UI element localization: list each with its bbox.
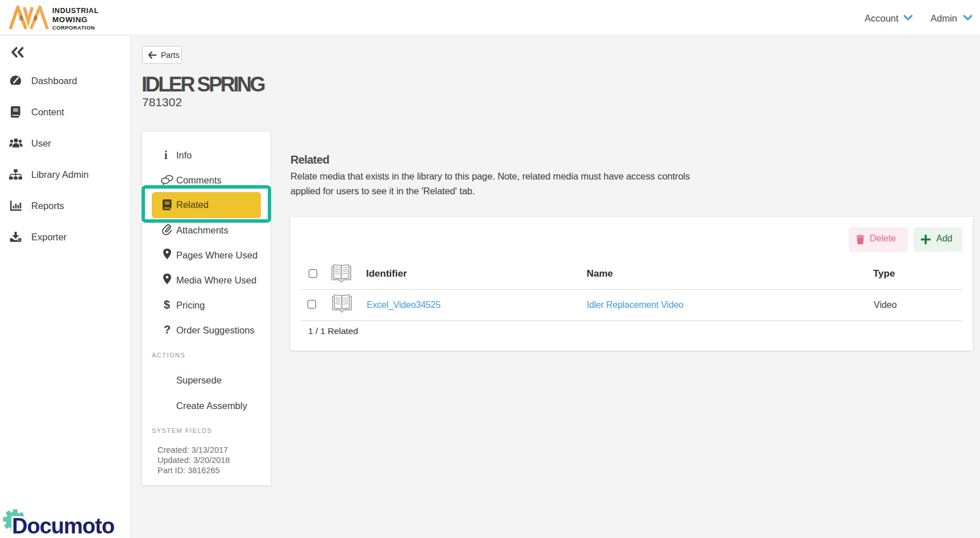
- svg-text:Documoto: Documoto: [12, 514, 114, 538]
